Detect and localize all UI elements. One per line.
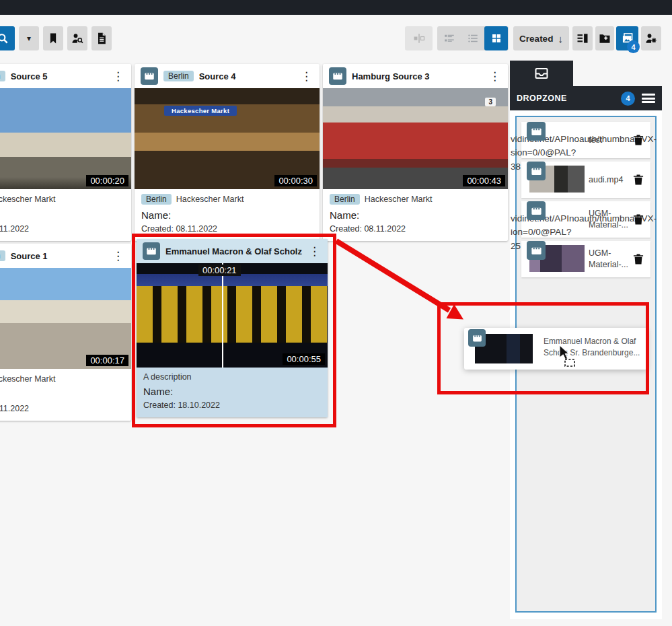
card-header: Berlin Source 4 ⋮: [135, 64, 320, 88]
new-collection-button[interactable]: [595, 26, 614, 50]
created-label: Created: 08.11.2022: [330, 224, 501, 234]
kebab-menu-button[interactable]: ⋮: [299, 71, 313, 82]
name-label: Name:: [0, 209, 124, 221]
created-label: Created: 08.11.2022: [0, 224, 124, 234]
created-label: Created: 08.11.2022: [141, 224, 313, 234]
duration-badge: 00:00:17: [86, 355, 128, 366]
video-item-icon: [527, 122, 546, 141]
meta-tag: Berlin: [330, 194, 360, 205]
video-item-icon: [141, 67, 158, 85]
card-header: Hamburg Source 3 ⋮: [323, 64, 508, 88]
inbox-tray-icon: [533, 65, 550, 81]
train-line-number: 3: [485, 98, 496, 106]
video-item-icon: [527, 162, 546, 180]
media-card-source1[interactable]: Berlin Source 1 ⋮ 00:00:17 BerlinHackesc…: [0, 244, 131, 421]
card-header: Berlin Source 5 ⋮: [0, 64, 131, 88]
card-title: Hamburg Source 3: [352, 71, 482, 81]
video-thumbnail[interactable]: 3 00:00:43: [323, 88, 508, 189]
card-title: Source 5: [11, 71, 106, 81]
view-mode-group: [437, 26, 509, 50]
card-metadata: BerlinHackescher Markt Name: Created: 08…: [0, 369, 131, 421]
person-search-icon: [71, 32, 84, 45]
video-item-icon: [527, 241, 546, 260]
compare-button: [405, 26, 433, 50]
grid-icon: [490, 32, 502, 44]
video-item-icon: [527, 201, 546, 220]
sort-button[interactable]: Created ↓: [513, 26, 569, 50]
trash-icon[interactable]: [632, 252, 645, 266]
annotation-rect-drag-preview: [437, 302, 649, 394]
meta-location: Hackescher Markt: [176, 195, 244, 204]
video-thumbnail[interactable]: 00:00:17: [0, 268, 131, 369]
card-metadata: BerlinHackescher Markt Name: Created: 08…: [323, 189, 508, 241]
dropzone-tab[interactable]: [510, 61, 573, 86]
name-label: Name:: [141, 209, 313, 221]
kebab-menu-button[interactable]: ⋮: [111, 250, 125, 262]
search-button[interactable]: [0, 26, 15, 50]
search-dropdown-button[interactable]: ▾: [19, 26, 39, 50]
bookmark-icon: [46, 32, 60, 45]
sort-direction-icon: ↓: [558, 33, 563, 44]
folder-plus-icon: [598, 32, 611, 45]
video-thumbnail[interactable]: Hackescher Markt 00:00:30: [135, 88, 320, 189]
top-bar: [0, 0, 672, 15]
card-header: Berlin Source 1 ⋮: [0, 244, 131, 268]
view-list-button[interactable]: [461, 26, 484, 50]
card-metadata: BerlinHackescher Markt Name: Created: 08…: [0, 189, 131, 241]
duration-badge: 00:00:20: [86, 175, 128, 186]
view-grid-button[interactable]: [484, 26, 508, 50]
kebab-menu-button[interactable]: ⋮: [111, 71, 125, 82]
created-label: Created: 08.11.2022: [0, 404, 124, 413]
person-gear-icon: [644, 32, 658, 45]
collections-count-badge: 4: [627, 40, 640, 53]
trash-icon[interactable]: [632, 133, 645, 147]
duration-badge: 00:00:43: [463, 175, 505, 186]
dropzone-item-test[interactable]: vidinet.net/APInoauth/thumbnail/VX- sion…: [521, 122, 650, 158]
dropzone-title: DROPZONE: [517, 94, 567, 103]
dropzone-header: DROPZONE 4: [510, 86, 662, 110]
meta-tag: Berlin: [141, 194, 172, 205]
card-tag: Berlin: [163, 71, 194, 81]
kebab-menu-button[interactable]: ⋮: [488, 71, 502, 82]
name-label: Name:: [0, 389, 124, 401]
dropzone-item-ugm1[interactable]: vidinet.net/APInoauth/thumbnail/VX- ion=…: [521, 201, 650, 238]
view-detail-list-button[interactable]: [437, 26, 461, 50]
sort-label: Created: [519, 34, 553, 44]
video-item-icon: [329, 67, 346, 85]
media-card-source4[interactable]: Berlin Source 4 ⋮ Hackescher Markt 00:00…: [135, 64, 320, 241]
video-thumbnail[interactable]: 00:00:20: [0, 88, 131, 189]
card-tag: Berlin: [0, 71, 5, 81]
meta-location: Hackescher Markt: [365, 195, 433, 204]
trash-icon[interactable]: [632, 213, 645, 226]
document-search-button[interactable]: [91, 26, 112, 50]
caret-down-icon: ▾: [27, 34, 31, 43]
duration-badge: 00:00:30: [274, 175, 317, 186]
saved-searches-button[interactable]: [43, 26, 63, 50]
app-canvas: C ▾ Created ↓ 4: [0, 0, 672, 626]
detail-list-icon: [443, 32, 455, 44]
media-card-source3[interactable]: Hamburg Source 3 ⋮ 3 00:00:43 BerlinHack…: [323, 64, 508, 241]
user-search-button[interactable]: [67, 26, 87, 50]
annotation-rect-source-card: [132, 234, 336, 427]
compare-icon: [412, 32, 426, 45]
document-icon: [95, 32, 108, 45]
station-sign-text: Hackescher Markt: [164, 106, 237, 116]
metadata-panel-button[interactable]: [572, 26, 593, 50]
dropzone-count-badge: 4: [621, 92, 635, 106]
trash-icon[interactable]: [632, 173, 645, 186]
meta-location: Hackescher Markt: [0, 195, 55, 204]
hamburger-menu-button[interactable]: [642, 94, 655, 103]
drag-cursor-icon: [558, 345, 578, 368]
media-card-source5[interactable]: Berlin Source 5 ⋮ 00:00:20 BerlinHackesc…: [0, 64, 131, 241]
card-tag: Berlin: [0, 250, 5, 261]
search-icon: [0, 32, 9, 45]
list-icon: [467, 32, 479, 44]
user-settings-button[interactable]: [641, 26, 661, 50]
card-title: Source 4: [199, 71, 294, 81]
card-title: Source 1: [11, 251, 106, 261]
meta-location: Hackescher Markt: [0, 374, 55, 384]
side-panel-icon: [576, 32, 589, 45]
name-label: Name:: [330, 209, 501, 221]
